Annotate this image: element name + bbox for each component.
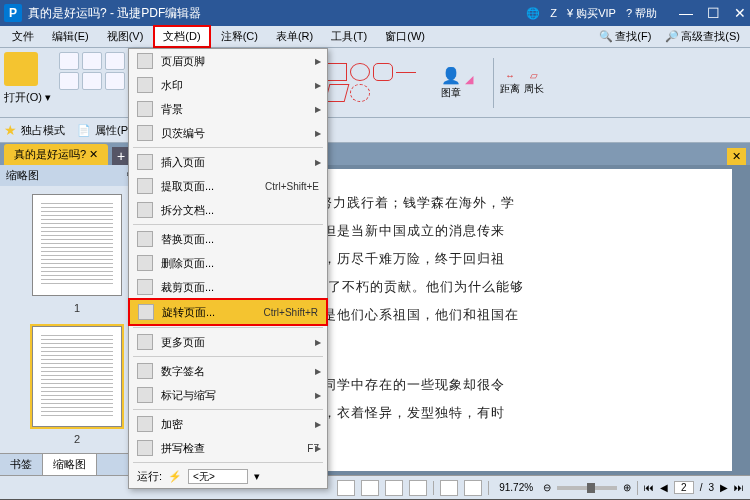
- menu-item-背景[interactable]: 背景: [129, 97, 327, 121]
- user-label[interactable]: Z: [550, 7, 557, 19]
- menu-file[interactable]: 文件: [4, 27, 42, 46]
- sb-fit-1[interactable]: [440, 480, 458, 496]
- print-icon[interactable]: [105, 52, 125, 70]
- menu-item-标记与缩写[interactable]: 标记与缩写: [129, 383, 327, 407]
- window-title: 真的是好运吗? - 迅捷PDF编辑器: [28, 5, 526, 22]
- sb-layout-1[interactable]: [337, 480, 355, 496]
- scan-icon[interactable]: [82, 72, 102, 90]
- tab-bookmarks[interactable]: 书签: [0, 454, 43, 475]
- stamp-icon[interactable]: 👤: [441, 66, 461, 85]
- zoom-in-icon[interactable]: ⊕: [623, 482, 631, 493]
- star-icon: ★: [4, 122, 17, 138]
- menu-item-icon: [137, 416, 153, 432]
- perimeter-icon[interactable]: ▱: [530, 70, 538, 81]
- rect-shape[interactable]: [327, 63, 347, 81]
- save-icon[interactable]: [82, 52, 102, 70]
- sb-layout-4[interactable]: [409, 480, 427, 496]
- find-button[interactable]: 🔍查找(F): [593, 29, 657, 44]
- menu-item-加密[interactable]: 加密: [129, 412, 327, 436]
- zoom-value[interactable]: 91.72%: [495, 482, 537, 493]
- mode-bar: ★ 独占模式 📄 属性(P)...: [0, 118, 750, 143]
- menu-item-水印[interactable]: 水印: [129, 73, 327, 97]
- zoom-out-icon[interactable]: ⊖: [543, 482, 551, 493]
- statusbar: 91.72% ⊖ ⊕ ⏮ ◀ 2 / 3 ▶ ⏭: [0, 475, 750, 499]
- new-icon[interactable]: [59, 52, 79, 70]
- open-label[interactable]: 打开(O): [4, 91, 42, 103]
- menu-item-icon: [137, 101, 153, 117]
- menu-item-贝茨编号[interactable]: 贝茨编号: [129, 121, 327, 145]
- prev-page-icon[interactable]: ◀: [660, 482, 668, 493]
- run-row: 运行:⚡▾: [129, 465, 327, 488]
- menu-item-插入页面[interactable]: 插入页面: [129, 150, 327, 174]
- menu-view[interactable]: 视图(V): [99, 27, 152, 46]
- page-thumb-1[interactable]: [32, 194, 122, 296]
- menu-item-更多页面[interactable]: 更多页面: [129, 330, 327, 354]
- menu-form[interactable]: 表单(R): [268, 27, 321, 46]
- menu-item-icon: [137, 77, 153, 93]
- menu-item-icon: [138, 304, 154, 320]
- sidebar-title: 缩略图: [6, 168, 39, 183]
- doc-tab[interactable]: 真的是好运吗? ✕: [4, 144, 108, 165]
- buy-vip[interactable]: ¥ 购买VIP: [567, 6, 616, 21]
- rrect-shape[interactable]: [373, 63, 393, 81]
- document-tabs: 真的是好运吗? ✕ + ✕: [0, 143, 750, 165]
- export-icon[interactable]: [105, 72, 125, 90]
- poly-shape[interactable]: [325, 84, 350, 102]
- menu-item-提取页面...[interactable]: 提取页面...Ctrl+Shift+E: [129, 174, 327, 198]
- menu-item-拆分文档...[interactable]: 拆分文档...: [129, 198, 327, 222]
- eraser-icon[interactable]: ◢: [465, 73, 487, 93]
- help-link[interactable]: ? 帮助: [626, 6, 657, 21]
- line-shape[interactable]: [396, 72, 416, 73]
- exclusive-mode[interactable]: 独占模式: [21, 123, 65, 138]
- menu-window[interactable]: 窗口(W): [377, 27, 433, 46]
- email-icon[interactable]: [59, 72, 79, 90]
- menu-item-icon: [137, 125, 153, 141]
- menu-tools[interactable]: 工具(T): [323, 27, 375, 46]
- menu-item-icon: [137, 202, 153, 218]
- maximize-icon[interactable]: ☐: [707, 5, 720, 21]
- advanced-find-button[interactable]: 🔎高级查找(S): [659, 29, 746, 44]
- menu-item-icon: [137, 154, 153, 170]
- last-page-icon[interactable]: ⏭: [734, 482, 744, 493]
- cloud-shape[interactable]: [350, 84, 370, 102]
- menu-item-icon: [137, 53, 153, 69]
- menu-item-旋转页面...[interactable]: 旋转页面...Ctrl+Shift+R: [130, 300, 326, 324]
- menu-item-icon: [137, 255, 153, 271]
- run-input[interactable]: [188, 469, 248, 484]
- tab-thumbnails[interactable]: 缩略图: [43, 454, 97, 475]
- distance-icon[interactable]: ↔: [505, 70, 515, 81]
- close-icon[interactable]: ✕: [734, 5, 746, 21]
- sb-layout-2[interactable]: [361, 480, 379, 496]
- menu-item-删除页面...[interactable]: 删除页面...: [129, 251, 327, 275]
- first-page-icon[interactable]: ⏮: [644, 482, 654, 493]
- menu-item-icon: [137, 178, 153, 194]
- page-thumb-2[interactable]: [32, 326, 122, 428]
- open-folder-icon[interactable]: [4, 52, 38, 86]
- menu-document[interactable]: 文档(D): [153, 25, 210, 48]
- menu-item-icon: [137, 363, 153, 379]
- menu-item-icon: [137, 279, 153, 295]
- minimize-icon[interactable]: —: [679, 5, 693, 21]
- menu-item-替换页面...[interactable]: 替换页面...: [129, 227, 327, 251]
- tab-close-x[interactable]: ✕: [727, 148, 746, 165]
- globe-icon[interactable]: 🌐: [526, 7, 540, 20]
- document-menu-dropdown: 页眉页脚水印背景贝茨编号插入页面提取页面...Ctrl+Shift+E拆分文档.…: [128, 48, 328, 489]
- sb-fit-2[interactable]: [464, 480, 482, 496]
- menu-item-数字签名[interactable]: 数字签名: [129, 359, 327, 383]
- menu-item-页眉页脚[interactable]: 页眉页脚: [129, 49, 327, 73]
- app-logo: P: [4, 4, 22, 22]
- shape-palette: [327, 63, 437, 102]
- next-page-icon[interactable]: ▶: [720, 482, 728, 493]
- menu-item-裁剪页面...[interactable]: 裁剪页面...: [129, 275, 327, 299]
- sb-layout-3[interactable]: [385, 480, 403, 496]
- menu-comment[interactable]: 注释(C): [213, 27, 266, 46]
- menu-edit[interactable]: 编辑(E): [44, 27, 97, 46]
- menu-item-拼写检查[interactable]: 拼写检查F7: [129, 436, 327, 460]
- page-current[interactable]: 2: [674, 481, 694, 494]
- zoom-slider[interactable]: [557, 486, 617, 490]
- circle-shape[interactable]: [350, 63, 370, 81]
- thumb-num-1: 1: [74, 302, 80, 314]
- menu-item-icon: [137, 387, 153, 403]
- page-total: 3: [708, 482, 714, 493]
- doc-props-icon[interactable]: 📄: [77, 124, 91, 137]
